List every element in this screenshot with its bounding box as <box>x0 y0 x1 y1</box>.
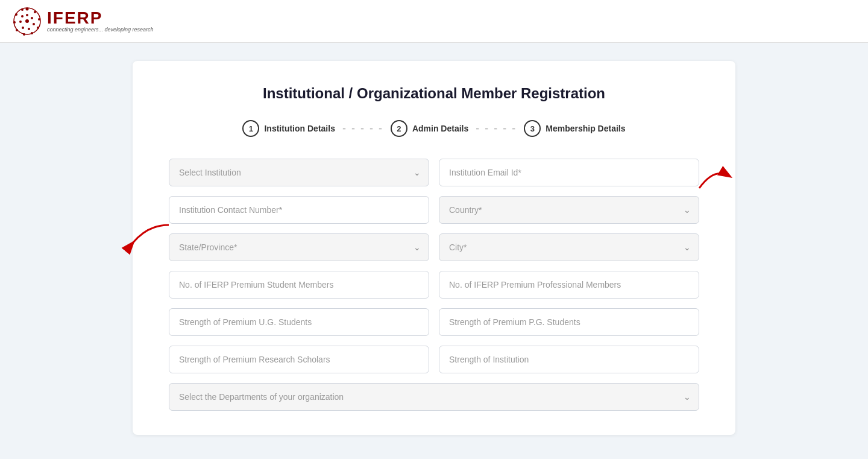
svg-point-6 <box>23 33 25 36</box>
departments-wrapper[interactable]: Select the Departments of your organizat… <box>169 383 699 411</box>
svg-point-13 <box>33 23 35 25</box>
step-1-circle: 1 <box>242 120 259 137</box>
svg-point-5 <box>31 32 33 34</box>
departments-select[interactable]: Select the Departments of your organizat… <box>169 383 699 411</box>
institution-email-input[interactable] <box>439 159 699 186</box>
svg-point-1 <box>26 8 29 11</box>
svg-point-10 <box>21 8 24 11</box>
step-1: 1 Institution Details <box>242 120 335 137</box>
svg-point-14 <box>28 28 30 30</box>
strength-institution-input[interactable] <box>439 346 699 373</box>
step-2: 2 Admin Details <box>391 120 468 137</box>
svg-point-18 <box>25 19 29 23</box>
svg-point-15 <box>22 27 24 29</box>
svg-point-8 <box>13 21 16 24</box>
step-dots-2: - - - - - <box>476 122 517 135</box>
svg-point-2 <box>34 11 36 13</box>
institution-email-wrapper <box>439 159 699 186</box>
iferp-professional-wrapper <box>439 271 699 299</box>
svg-point-9 <box>15 13 17 16</box>
arrow-left-indicator <box>130 219 172 255</box>
strength-research-input[interactable] <box>169 346 429 373</box>
select-institution[interactable]: Select Institution <box>169 159 429 186</box>
stepper: 1 Institution Details - - - - - 2 Admin … <box>169 120 699 137</box>
logo: IFERP connecting engineers... developing… <box>12 6 154 36</box>
state-select[interactable]: State/Province* <box>169 233 429 261</box>
arrow-right-indicator <box>696 161 732 191</box>
state-wrapper[interactable]: State/Province* ⌄ <box>169 233 429 261</box>
registration-form: Select Institution ⌄ Country* ⌄ Stat <box>169 159 699 411</box>
step-3-label: Membership Details <box>546 124 625 133</box>
svg-point-16 <box>19 21 22 23</box>
page-title: Institutional / Organizational Member Re… <box>169 85 699 102</box>
institution-contact-wrapper <box>169 196 429 224</box>
step-1-label: Institution Details <box>264 124 335 133</box>
step-3: 3 Membership Details <box>524 120 625 137</box>
iferp-student-input[interactable] <box>169 271 429 299</box>
step-2-circle: 2 <box>391 120 407 137</box>
form-card: Institutional / Organizational Member Re… <box>133 61 735 435</box>
main-content: Institutional / Organizational Member Re… <box>0 43 868 453</box>
strength-pg-wrapper <box>439 308 699 336</box>
strength-ug-wrapper <box>169 308 429 336</box>
step-2-label: Admin Details <box>412 124 468 133</box>
strength-research-wrapper <box>169 346 429 373</box>
country-select[interactable]: Country* <box>439 196 699 224</box>
iferp-student-wrapper <box>169 271 429 299</box>
institution-contact-input[interactable] <box>169 196 429 224</box>
header: IFERP connecting engineers... developing… <box>0 0 868 43</box>
svg-point-3 <box>38 18 40 21</box>
city-wrapper[interactable]: City* ⌄ <box>439 233 699 261</box>
svg-point-4 <box>37 27 39 29</box>
svg-point-12 <box>31 17 33 19</box>
svg-point-17 <box>21 15 24 17</box>
country-wrapper[interactable]: Country* ⌄ <box>439 196 699 224</box>
select-institution-wrapper[interactable]: Select Institution ⌄ <box>169 159 429 186</box>
svg-point-11 <box>26 14 28 16</box>
step-3-circle: 3 <box>524 120 541 137</box>
city-select[interactable]: City* <box>439 233 699 261</box>
svg-point-7 <box>16 29 18 31</box>
logo-name: IFERP <box>47 10 154 27</box>
logo-tagline: connecting engineers... developing resea… <box>47 27 154 33</box>
strength-institution-wrapper <box>439 346 699 373</box>
iferp-logo-icon <box>12 6 42 36</box>
strength-ug-input[interactable] <box>169 308 429 336</box>
strength-pg-input[interactable] <box>439 308 699 336</box>
logo-text: IFERP connecting engineers... developing… <box>47 10 154 33</box>
step-dots-1: - - - - - <box>342 122 383 135</box>
iferp-professional-input[interactable] <box>439 271 699 299</box>
